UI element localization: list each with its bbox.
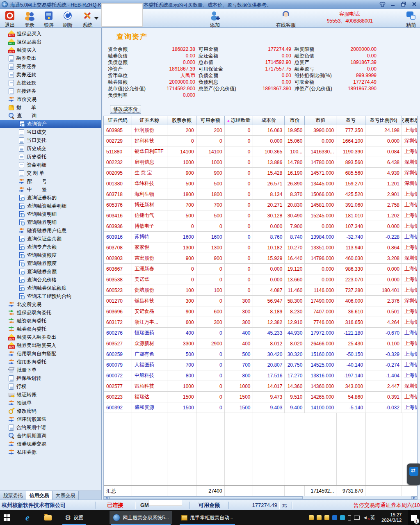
table-row[interactable]: 603985恒润股份200200016.06319.9503990.000777…	[104, 125, 417, 136]
table-row[interactable]: 600072中船科技800080017.51617.27013816.000-1…	[104, 370, 417, 381]
column-header[interactable]: 市价	[285, 116, 305, 125]
online-service-button[interactable]: 在线客服	[272, 10, 300, 27]
sidebar-item[interactable]: 卖券还款	[0, 71, 101, 79]
sidebar-item[interactable]: 私用券源	[0, 448, 101, 456]
table-row[interactable]: 001270铖昌科技300030056.94758.30017490.00040…	[104, 296, 417, 306]
sidebar-item[interactable]: 查询证券标的	[0, 194, 101, 202]
skin-icon[interactable]	[379, 1, 386, 7]
notification-center-button[interactable]: 1	[408, 510, 420, 525]
sidebar-item[interactable]: 预设单	[0, 399, 101, 407]
table-row[interactable]: 603718海利生物1800180008.1348.37015066.00042…	[104, 189, 417, 200]
sidebar-item[interactable]: 直接还券	[0, 87, 101, 95]
sidebar-item[interactable]: 查询融券额度	[0, 259, 101, 267]
table-row[interactable]: 001380华纬科技500500026.57126.89013445.00015…	[104, 178, 417, 189]
table-row[interactable]: 600223福瑞达1500015009.4739.51014265.00054.…	[104, 392, 417, 402]
sidebar-item[interactable]: 融券卖出	[0, 54, 101, 62]
table-row[interactable]: 600276恒瑞医药400040045.23344.93017972.000-1…	[104, 328, 417, 338]
sidebar-item[interactable]: 查询资产	[0, 120, 101, 128]
sidebar-item[interactable]: 融券双向委托	[0, 325, 101, 333]
column-header[interactable]: 股票余额	[167, 116, 196, 125]
scroll-left-icon[interactable]	[104, 496, 110, 499]
sidebar-item[interactable]: 担保品卖出	[0, 38, 101, 46]
column-header[interactable]: 盈亏	[336, 116, 365, 125]
column-header[interactable]: 证券名称	[132, 116, 167, 125]
simplify-button[interactable]: 精简	[402, 10, 420, 27]
sidebar-item[interactable]: 担保品划转	[0, 374, 101, 382]
table-row[interactable]: 603527众源新材330029004008.0128.02026466.000…	[104, 338, 417, 349]
sidebar-item[interactable]: 批量下单	[0, 366, 101, 374]
sidebar-item[interactable]: 撤 单	[0, 103, 101, 112]
horizontal-scrollbar[interactable]	[104, 496, 417, 499]
lock-screen-button[interactable]: 锁屏	[40, 10, 58, 27]
volume-muted-icon[interactable]: ◄	[363, 515, 368, 520]
sidebar-item[interactable]: 查 询	[0, 112, 101, 120]
tab-大宗交易[interactable]: 大宗交易	[52, 491, 79, 500]
sidebar-item[interactable]: 交 割 单	[0, 169, 101, 177]
table-row[interactable]: 600392盛和资源1500015009.4039.40014100.000-5…	[104, 402, 417, 413]
table-row[interactable]: 603696安记食品9006003008.1898.2307407.00036.…	[104, 306, 417, 317]
phone-link-icon[interactable]	[348, 515, 351, 520]
sidebar-item[interactable]: 合约展期申请	[0, 423, 101, 431]
sidebar-item[interactable]: 查询公允价格	[0, 276, 101, 284]
scroll-right-icon[interactable]	[411, 496, 417, 499]
sidebar-item[interactable]: 查询专户余额	[0, 243, 101, 251]
taskbar-clock[interactable]: 15:27 2024/3/12	[381, 512, 402, 523]
sidebar-item[interactable]: 北交所交易	[0, 300, 101, 308]
table-row[interactable]: 002232启明信息10001000013.88614.78014780.000…	[104, 157, 417, 168]
file-explorer-button[interactable]	[41, 511, 55, 524]
sidebar-item[interactable]: 历史成交	[0, 144, 101, 153]
sidebar-item[interactable]: 融资融券用户信息	[0, 226, 101, 235]
table-row[interactable]: 603708家家悦13001300010.18210.27013351.0001…	[104, 242, 417, 253]
sidebar-item[interactable]: 查询融券保底额度	[0, 284, 101, 292]
sidebar-item[interactable]: 查询融资额度	[0, 251, 101, 259]
sidebar-item[interactable]: 担保品买入	[0, 30, 101, 38]
table-row[interactable]: 511880银华日利ETF14100141000100.365100...141…	[104, 146, 417, 157]
column-header[interactable]: 可用余额	[196, 116, 225, 125]
tray-app-icon[interactable]	[340, 515, 345, 520]
system-button[interactable]: 系统	[78, 10, 96, 27]
sidebar-item[interactable]: 市价交易	[0, 95, 101, 103]
table-row[interactable]: 605376博迁新材700700020.27120.83014581.00039…	[104, 200, 417, 210]
column-header[interactable]: 市值	[305, 116, 336, 125]
table-row[interactable]: 603416信捷电气500500030.12830.49015245.00018…	[104, 210, 417, 221]
tray-app-icon[interactable]	[324, 515, 329, 520]
column-header[interactable]: 交易市场	[402, 116, 417, 125]
column-header[interactable]: ▲冻结数量	[225, 116, 253, 125]
sidebar-item[interactable]: 融资买入融券卖出	[0, 333, 101, 341]
sidebar-item[interactable]: 查询融券明细	[0, 218, 101, 226]
sidebar-item[interactable]: 查询融资明细	[0, 210, 101, 218]
sidebar-item[interactable]: 信用双向自由搭配	[0, 349, 101, 358]
table-row[interactable]: 603916苏博特1600160008.7608.74013984.000-32…	[104, 232, 417, 242]
table-row[interactable]: 002803吉宏股份900900015.92916.44014796.00046…	[104, 253, 417, 264]
modify-cost-price-button[interactable]: 修改成本价	[110, 105, 141, 114]
add-button[interactable]: 添加	[206, 10, 224, 27]
sidebar-item[interactable]: 信用转股回售	[0, 415, 101, 423]
start-button[interactable]	[0, 511, 14, 524]
column-header[interactable]: 盈亏比例(%)	[365, 116, 402, 125]
sidebar-item[interactable]: 银证转账	[0, 390, 101, 399]
trading-app-button[interactable]: 网上股票交易系统5...	[110, 511, 172, 524]
sidebar-item[interactable]: 中 签	[0, 185, 101, 194]
scrollbar-thumb[interactable]	[110, 496, 303, 499]
tray-app-icon[interactable]	[317, 515, 322, 520]
table-row[interactable]: 603538美诺华0000.00013.6600.000223.0700.000…	[104, 274, 417, 285]
table-row[interactable]: 002095生 意 宝900900015.42816.19014571.0006…	[104, 168, 417, 178]
sidebar-item[interactable]: 配 号	[0, 177, 101, 185]
tab-股票委托[interactable]: 股票委托	[0, 491, 26, 500]
teamviewer-overlay-icon[interactable]	[407, 463, 420, 485]
tray-app-icon[interactable]	[309, 515, 314, 520]
browser-button[interactable]: e	[21, 511, 34, 524]
exit-button[interactable]: 退出	[1, 10, 19, 27]
toolbar-more-arrow-icon[interactable]	[94, 17, 98, 20]
sidebar-item[interactable]: 行权	[0, 382, 101, 390]
table-row[interactable]: 600259广晟有色500050030.42030.32015160.000-5…	[104, 349, 417, 360]
sidebar-item[interactable]: 修改密码	[0, 407, 101, 415]
settings-app-button[interactable]: ⚙ 设置	[62, 511, 87, 524]
sidebar-item[interactable]: 历史委托	[0, 153, 101, 161]
sidebar-item[interactable]: 当日成交	[0, 128, 101, 136]
sidebar-item[interactable]: 债券现券交易	[0, 440, 101, 448]
sidebar-item[interactable]: 合约展期查询	[0, 431, 101, 440]
display-icon[interactable]	[354, 516, 360, 520]
table-row[interactable]: 600079人福医药700070020.80720.75014525.000-4…	[104, 360, 417, 370]
table-row[interactable]: 600523贵航股份10010004.08711.4601146.000737.…	[104, 285, 417, 296]
